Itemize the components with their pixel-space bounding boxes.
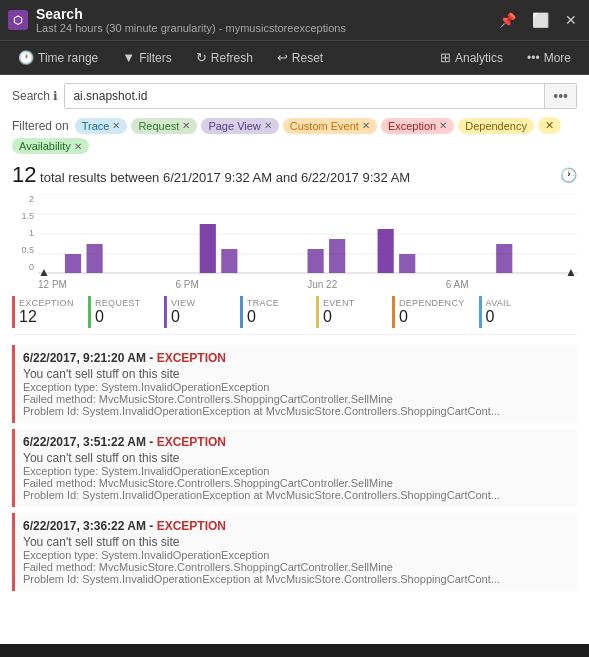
x-label-6am: 6 AM bbox=[446, 279, 469, 290]
search-input-wrapper: ••• bbox=[64, 83, 577, 109]
y-axis: 2 1.5 1 0.5 0 bbox=[12, 194, 34, 274]
filter-tag-pageview-close[interactable]: ✕ bbox=[264, 120, 272, 131]
more-button[interactable]: ••• More bbox=[517, 46, 581, 70]
result-1-timestamp: 6/22/2017, 9:21:20 AM - EXCEPTION bbox=[23, 351, 569, 365]
metric-exception-name: EXCEPTION bbox=[19, 298, 74, 308]
filter-tag-availability-close[interactable]: ✕ bbox=[74, 141, 82, 152]
title-controls: 📌 ⬜ ✕ bbox=[495, 10, 581, 30]
svg-rect-12 bbox=[399, 254, 415, 273]
filter-tag-availability[interactable]: Availability ✕ bbox=[12, 138, 89, 154]
filtered-on-label: Filtered on bbox=[12, 119, 69, 133]
refresh-label: Refresh bbox=[211, 51, 253, 65]
filter-tag-pageview-label: Page View bbox=[208, 120, 260, 132]
y-label-15: 1.5 bbox=[21, 211, 34, 221]
filter-tag-dependency-close[interactable]: ✕ bbox=[538, 117, 561, 134]
filter-tag-trace[interactable]: Trace ✕ bbox=[75, 118, 128, 134]
filters-label: Filters bbox=[139, 51, 172, 65]
y-label-05: 0.5 bbox=[21, 245, 34, 255]
more-dots-icon: ••• bbox=[527, 51, 540, 65]
title-info: Search Last 24 hours (30 minute granular… bbox=[36, 6, 346, 34]
results-summary-text: total results between 6/21/2017 9:32 AM … bbox=[40, 170, 410, 185]
filter-tag-request[interactable]: Request ✕ bbox=[131, 118, 197, 134]
metric-view-value: 0 bbox=[171, 308, 180, 326]
pin-button[interactable]: 📌 bbox=[495, 10, 520, 30]
result-2-problem: Problem Id: System.InvalidOperationExcep… bbox=[23, 489, 569, 501]
results-clock-icon[interactable]: 🕐 bbox=[560, 167, 577, 183]
chart-arrow-right[interactable]: ▲ bbox=[565, 265, 577, 279]
result-1-type: EXCEPTION bbox=[157, 351, 226, 365]
time-range-label: Time range bbox=[38, 51, 98, 65]
metric-trace: TRACE 0 bbox=[240, 296, 310, 328]
reset-button[interactable]: ↩ Reset bbox=[267, 45, 333, 70]
result-2-method: Failed method: MvcMusicStore.Controllers… bbox=[23, 477, 569, 489]
title-bar-left: ⬡ Search Last 24 hours (30 minute granul… bbox=[8, 6, 346, 34]
result-item-2[interactable]: 6/22/2017, 3:51:22 AM - EXCEPTION You ca… bbox=[12, 429, 577, 507]
search-options-button[interactable]: ••• bbox=[544, 84, 576, 108]
y-label-2: 2 bbox=[29, 194, 34, 204]
filter-tag-customevent-close[interactable]: ✕ bbox=[362, 120, 370, 131]
y-label-1: 1 bbox=[29, 228, 34, 238]
toolbar: 🕐 Time range ▼ Filters ↻ Refresh ↩ Reset… bbox=[0, 41, 589, 75]
refresh-icon: ↻ bbox=[196, 50, 207, 65]
filter-tag-exception-close[interactable]: ✕ bbox=[439, 120, 447, 131]
reset-label: Reset bbox=[292, 51, 323, 65]
result-3-method: Failed method: MvcMusicStore.Controllers… bbox=[23, 561, 569, 573]
metric-exception: EXCEPTION 12 bbox=[12, 296, 82, 328]
metric-exception-value: 12 bbox=[19, 308, 37, 326]
x-label-12pm: 12 PM bbox=[38, 279, 67, 290]
search-label: Search ℹ bbox=[12, 89, 58, 103]
result-item-1[interactable]: 6/22/2017, 9:21:20 AM - EXCEPTION You ca… bbox=[12, 345, 577, 423]
metric-event-value: 0 bbox=[323, 308, 332, 326]
x-axis-labels: 12 PM 6 PM Jun 22 6 AM bbox=[12, 279, 577, 290]
filter-tag-request-close[interactable]: ✕ bbox=[182, 120, 190, 131]
result-3-exc-type: Exception type: System.InvalidOperationE… bbox=[23, 549, 569, 561]
close-button[interactable]: ✕ bbox=[561, 10, 581, 30]
svg-rect-13 bbox=[496, 244, 512, 273]
metric-dependency-value: 0 bbox=[399, 308, 408, 326]
search-input[interactable] bbox=[65, 84, 544, 108]
analytics-button[interactable]: ⊞ Analytics bbox=[430, 45, 513, 70]
filter-tag-exception[interactable]: Exception ✕ bbox=[381, 118, 454, 134]
filter-tag-trace-close[interactable]: ✕ bbox=[112, 120, 120, 131]
results-count: 12 total results between 6/21/2017 9:32 … bbox=[12, 162, 410, 188]
metric-event: EVENT 0 bbox=[316, 296, 386, 328]
filter-tag-availability-label: Availability bbox=[19, 140, 71, 152]
filter-tag-customevent[interactable]: Custom Event ✕ bbox=[283, 118, 377, 134]
result-3-problem: Problem Id: System.InvalidOperationExcep… bbox=[23, 573, 569, 585]
filter-tag-dependency-label: Dependency bbox=[465, 120, 527, 132]
result-1-desc: You can't sell stuff on this site bbox=[23, 367, 569, 381]
chart-arrow-left[interactable]: ▲ bbox=[38, 265, 50, 279]
result-1-exc-type: Exception type: System.InvalidOperationE… bbox=[23, 381, 569, 393]
metric-avail-name: AVAIL bbox=[486, 298, 512, 308]
window-title: Search bbox=[36, 6, 346, 22]
result-2-exc-type: Exception type: System.InvalidOperationE… bbox=[23, 465, 569, 477]
title-bar: ⬡ Search Last 24 hours (30 minute granul… bbox=[0, 0, 589, 41]
metric-avail: AVAIL 0 bbox=[479, 296, 549, 328]
x-label-jun22: Jun 22 bbox=[307, 279, 337, 290]
maximize-button[interactable]: ⬜ bbox=[528, 10, 553, 30]
analytics-icon: ⊞ bbox=[440, 50, 451, 65]
filter-tag-trace-label: Trace bbox=[82, 120, 110, 132]
svg-rect-10 bbox=[329, 239, 345, 273]
filter-tag-dependency[interactable]: Dependency bbox=[458, 118, 534, 134]
svg-rect-8 bbox=[221, 249, 237, 273]
window-subtitle: Last 24 hours (30 minute granularity) - … bbox=[36, 22, 346, 34]
metric-trace-name: TRACE bbox=[247, 298, 279, 308]
refresh-button[interactable]: ↻ Refresh bbox=[186, 45, 263, 70]
results-big-number: 12 bbox=[12, 162, 36, 187]
chart-area: 2 1.5 1 0.5 0 bbox=[12, 194, 577, 290]
result-1-problem: Problem Id: System.InvalidOperationExcep… bbox=[23, 405, 569, 417]
filter-tag-exception-label: Exception bbox=[388, 120, 436, 132]
filter-tag-pageview[interactable]: Page View ✕ bbox=[201, 118, 278, 134]
result-2-type: EXCEPTION bbox=[157, 435, 226, 449]
time-range-button[interactable]: 🕐 Time range bbox=[8, 45, 108, 70]
search-row: Search ℹ ••• bbox=[12, 83, 577, 109]
metric-event-name: EVENT bbox=[323, 298, 355, 308]
result-3-desc: You can't sell stuff on this site bbox=[23, 535, 569, 549]
filters-button[interactable]: ▼ Filters bbox=[112, 45, 182, 70]
metric-trace-value: 0 bbox=[247, 308, 256, 326]
metric-request-name: REQUEST bbox=[95, 298, 141, 308]
svg-rect-7 bbox=[200, 224, 216, 273]
result-item-3[interactable]: 6/22/2017, 3:36:22 AM - EXCEPTION You ca… bbox=[12, 513, 577, 591]
main-content: Search ℹ ••• Filtered on Trace ✕ Request… bbox=[0, 75, 589, 644]
